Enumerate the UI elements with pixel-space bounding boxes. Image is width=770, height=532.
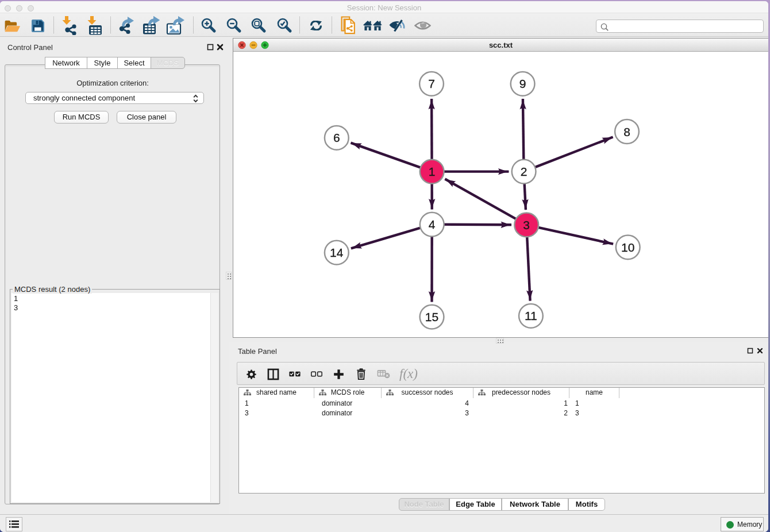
svg-text:3: 3 (523, 218, 530, 232)
svg-text:9: 9 (519, 77, 526, 90)
svg-text:2: 2 (521, 165, 528, 178)
svg-text:14: 14 (330, 246, 344, 259)
svg-text:6: 6 (333, 131, 340, 144)
svg-text:10: 10 (621, 241, 634, 254)
svg-text:15: 15 (425, 310, 438, 323)
svg-text:8: 8 (623, 125, 630, 138)
svg-text:7: 7 (428, 77, 435, 90)
svg-text:1: 1 (429, 165, 436, 178)
svg-text:11: 11 (525, 309, 537, 322)
svg-text:4: 4 (429, 218, 436, 231)
